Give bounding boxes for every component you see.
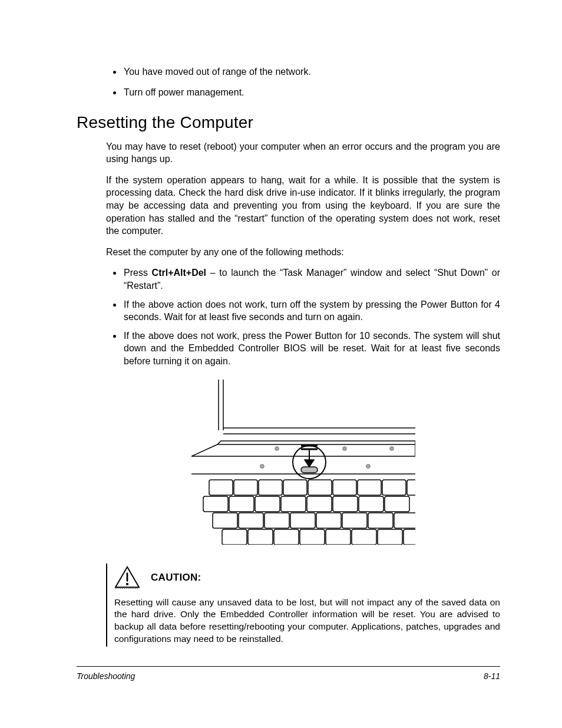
svg-rect-33 (385, 496, 409, 512)
svg-rect-23 (358, 480, 381, 495)
svg-point-52 (126, 582, 128, 585)
svg-rect-34 (213, 513, 237, 528)
list-item: You have moved out of range of the netwo… (123, 65, 500, 80)
svg-rect-39 (342, 513, 367, 528)
svg-rect-36 (265, 513, 289, 528)
footer-section-name: Troubleshooting (77, 671, 135, 681)
svg-rect-20 (283, 480, 307, 495)
svg-rect-19 (259, 480, 282, 495)
list-item: If the above does not work, press the Po… (123, 330, 500, 368)
svg-rect-38 (316, 513, 341, 528)
svg-rect-41 (394, 513, 415, 528)
method1-bold: Ctrl+Alt+Del (152, 268, 206, 278)
svg-rect-17 (209, 480, 233, 495)
list-item: If the above action does not work, turn … (123, 298, 500, 324)
svg-rect-18 (234, 480, 257, 495)
svg-point-7 (390, 447, 394, 450)
svg-point-10 (366, 465, 370, 468)
svg-rect-25 (407, 480, 415, 495)
svg-point-6 (343, 447, 346, 450)
svg-rect-37 (290, 513, 315, 528)
svg-rect-45 (300, 529, 325, 545)
caution-label: CAUTION: (151, 572, 201, 584)
svg-rect-28 (255, 496, 280, 512)
list-item: Press Ctrl+Alt+Del – to launch the “Task… (123, 266, 500, 292)
svg-rect-22 (333, 480, 356, 495)
svg-rect-47 (352, 529, 376, 545)
footer-page-number: 8-11 (484, 671, 500, 681)
svg-rect-40 (368, 513, 393, 528)
method1-pre: Press (124, 268, 152, 278)
body-paragraph: Reset the computer by any one of the fol… (106, 246, 500, 259)
svg-rect-24 (382, 480, 406, 495)
page-footer: Troubleshooting 8-11 (77, 666, 500, 681)
svg-marker-16 (305, 460, 314, 467)
caution-block: CAUTION: Resetting will cause any unsave… (106, 564, 500, 647)
svg-rect-44 (274, 529, 299, 545)
svg-rect-12 (301, 467, 318, 473)
svg-rect-43 (248, 529, 273, 545)
laptop-illustration-icon (191, 380, 415, 545)
body-paragraph: If the system operation appears to hang,… (106, 174, 500, 238)
list-item: Turn off power management. (123, 85, 500, 100)
svg-point-9 (260, 465, 264, 468)
svg-rect-32 (359, 496, 384, 512)
methods-list: Press Ctrl+Alt+Del – to launch the “Task… (106, 266, 500, 367)
svg-point-5 (275, 447, 279, 450)
svg-rect-31 (333, 496, 358, 512)
svg-rect-49 (404, 529, 415, 545)
svg-rect-21 (308, 480, 332, 495)
figure (106, 380, 500, 547)
svg-rect-27 (229, 496, 254, 512)
svg-rect-26 (203, 496, 228, 512)
svg-rect-46 (326, 529, 351, 545)
body-paragraph: You may have to reset (reboot) your comp… (106, 140, 500, 166)
caution-header: CAUTION: (114, 566, 500, 589)
svg-rect-35 (239, 513, 263, 528)
section-heading: Resetting the Computer (77, 113, 500, 132)
svg-rect-42 (222, 529, 247, 545)
caution-text: Resetting will cause any unsaved data to… (114, 597, 500, 646)
svg-rect-30 (307, 496, 332, 512)
top-bullet-list: You have moved out of range of the netwo… (106, 65, 500, 100)
page: You have moved out of range of the netwo… (0, 0, 562, 728)
warning-triangle-icon (114, 566, 140, 589)
svg-rect-48 (378, 529, 402, 545)
content-area: You have moved out of range of the netwo… (106, 65, 500, 647)
svg-rect-29 (281, 496, 306, 512)
